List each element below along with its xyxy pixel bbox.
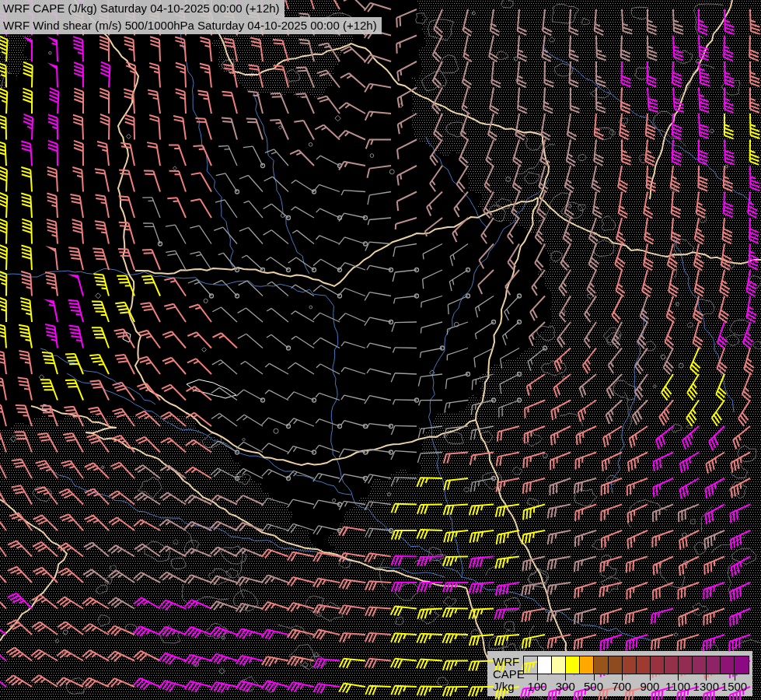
legend-swatches [523, 656, 749, 674]
legend-tick-label: 1100 [665, 680, 690, 693]
legend-swatch [735, 656, 749, 674]
legend-swatch [665, 656, 679, 674]
legend-tick-label: 1300 [693, 680, 719, 693]
legend-tick-label: 900 [640, 680, 659, 693]
legend-tick-label: 700 [612, 680, 631, 693]
header-line-cape: WRF CAPE (J/kg) Saturday 04-10-2025 00:0… [0, 0, 285, 17]
legend-title-line3: J/kg [493, 681, 525, 693]
weather-map-canvas [0, 0, 761, 700]
legend-swatch [623, 656, 637, 674]
legend-title-line2: CAPE [493, 668, 525, 681]
weather-map-page: WRF CAPE (J/kg) Saturday 04-10-2025 00:0… [0, 0, 761, 700]
legend-title: WRF CAPE J/kg [493, 656, 525, 693]
legend-tick-label: 100 [528, 680, 547, 693]
legend-swatch [566, 656, 580, 674]
legend-swatch [538, 656, 552, 674]
legend-tick-label: 500 [584, 680, 603, 693]
legend-tick-label: 1500 [721, 680, 747, 693]
legend-swatch [594, 656, 608, 674]
legend-swatch [580, 656, 594, 674]
legend-tick-label: 300 [556, 680, 575, 693]
cape-legend: WRF CAPE J/kg 10030050070090011001300150… [487, 651, 752, 696]
legend-swatch [637, 656, 651, 674]
legend-swatch [523, 656, 538, 674]
legend-swatch [552, 656, 566, 674]
legend-swatch [651, 656, 665, 674]
legend-swatch [609, 656, 623, 674]
legend-swatch [693, 656, 707, 674]
legend-swatch [721, 656, 735, 674]
header-line-windshear: WRF Wind shear (m/s) 500/1000hPa Saturda… [0, 17, 382, 34]
legend-swatch [707, 656, 721, 674]
legend-title-line1: WRF [493, 656, 525, 668]
legend-swatch [679, 656, 693, 674]
